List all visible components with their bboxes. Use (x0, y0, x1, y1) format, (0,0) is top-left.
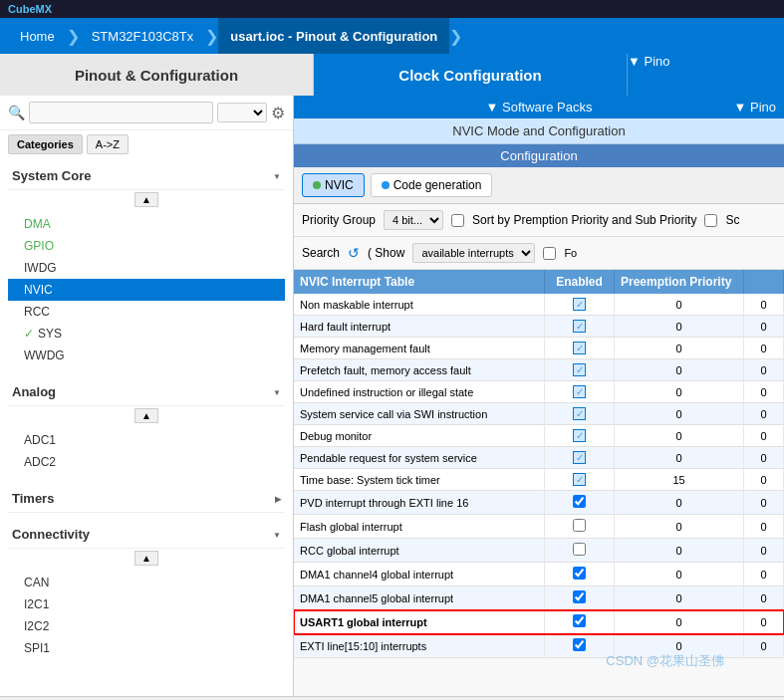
table-row: Hard fault interrupt✓00 (294, 316, 784, 338)
enabled-checkbox[interactable] (573, 495, 586, 508)
preemption-priority: 0 (615, 359, 744, 381)
section-timers-arrow (275, 493, 281, 504)
sidebar-item-nvic[interactable]: NVIC (8, 279, 285, 301)
section-connectivity-header[interactable]: Connectivity (8, 521, 285, 549)
sidebar-item-sys[interactable]: ✓SYS (8, 323, 285, 345)
interrupt-enabled-cell (545, 539, 615, 563)
interrupt-name: Memory management fault (294, 338, 545, 359)
th-extra (744, 270, 784, 294)
move-up-connectivity-btn[interactable]: ▲ (134, 551, 158, 566)
section-analog: Analog ▲ ADC1 ADC2 (0, 374, 293, 481)
sidebar-item-rcc[interactable]: RCC (8, 301, 285, 323)
section-system-core-header[interactable]: System Core (8, 162, 285, 190)
interrupt-name: Prefetch fault, memory access fault (294, 359, 545, 381)
table-row: Time base: System tick timer✓150 (294, 469, 784, 491)
refresh-icon[interactable]: ↺ (348, 245, 360, 261)
nvic-mode-label: NVIC Mode and Configuration (452, 123, 625, 138)
fo-checkbox[interactable] (543, 247, 556, 260)
th-interrupt: NVIC Interrupt Table (294, 270, 545, 294)
interrupt-name: USART1 global interrupt (294, 610, 545, 634)
enabled-checkbox[interactable] (573, 543, 586, 556)
sidebar-item-i2c2[interactable]: I2C2 (8, 615, 285, 637)
show-select[interactable]: available interrupts (412, 243, 535, 263)
sidebar-item-adc2[interactable]: ADC2 (8, 451, 285, 473)
search-dropdown[interactable] (217, 103, 267, 122)
nav-file[interactable]: usart.ioc - Pinout & Configuration (218, 18, 449, 54)
section-analog-header[interactable]: Analog (8, 378, 285, 406)
sidebar-item-wwdg[interactable]: WWDG (8, 345, 285, 366)
sidebar-move-up-analog: ▲ (8, 406, 285, 425)
table-row: Flash global interrupt00 (294, 515, 784, 539)
search-icon: 🔍 (8, 105, 25, 120)
interrupt-enabled-cell: ✓ (545, 447, 615, 469)
interrupt-enabled-cell (545, 563, 615, 586)
nav-home[interactable]: Home (8, 18, 67, 54)
nav-device[interactable]: STM32F103C8Tx (80, 18, 206, 54)
interrupt-enabled-cell: ✓ (545, 294, 615, 316)
sidebar-item-dma[interactable]: DMA (8, 213, 285, 235)
interrupt-table-body: Non maskable interrupt✓00Hard fault inte… (294, 294, 784, 658)
sidebar-item-spi1[interactable]: SPI1 (8, 637, 285, 659)
tab-clock[interactable]: Clock Configuration (314, 54, 627, 96)
sidebar-item-adc1[interactable]: ADC1 (8, 429, 285, 451)
enabled-checkbox[interactable] (573, 590, 586, 603)
sub-priority: 0 (744, 403, 784, 425)
move-up-analog-btn[interactable]: ▲ (134, 408, 158, 423)
table-row: EXTI line[15:10] interrupts00 (294, 634, 784, 658)
enabled-checkbox-locked: ✓ (573, 385, 586, 398)
sidebar-item-i2c1[interactable]: I2C1 (8, 593, 285, 615)
section-connectivity-arrow (273, 529, 281, 540)
sub-priority: 0 (744, 381, 784, 403)
config-header: Configuration (294, 144, 784, 167)
move-up-btn[interactable]: ▲ (134, 192, 158, 207)
nav-sep-2: ❯ (205, 27, 218, 46)
nvic-dot (313, 181, 321, 189)
preemption-priority: 0 (615, 610, 744, 634)
tab-pinout[interactable]: Pinout & Configuration (0, 54, 314, 96)
table-row: Undefined instruction or illegal state✓0… (294, 381, 784, 403)
enabled-checkbox[interactable] (573, 519, 586, 532)
sort-checkbox[interactable] (451, 214, 464, 227)
nvic-tab-codegen[interactable]: Code generation (371, 173, 493, 197)
nav-sep-3: ❯ (449, 27, 462, 46)
nvic-tabs: NVIC Code generation (294, 167, 784, 204)
sidebar-item-iwdg[interactable]: IWDG (8, 257, 285, 279)
enabled-checkbox[interactable] (573, 638, 586, 651)
interrupt-name: System service call via SWI instruction (294, 403, 545, 425)
table-row: Memory management fault✓00 (294, 338, 784, 359)
interrupt-enabled-cell (545, 491, 615, 515)
tab-categories[interactable]: Categories (8, 134, 83, 154)
section-timers-header[interactable]: Timers (8, 485, 285, 513)
enabled-checkbox[interactable] (573, 614, 586, 627)
interrupt-name: PVD interrupt through EXTI line 16 (294, 491, 545, 515)
tab-extra[interactable]: ▼ Pino (627, 54, 784, 96)
gear-icon[interactable]: ⚙ (271, 104, 285, 122)
sidebar-item-can[interactable]: CAN (8, 572, 285, 593)
sc-checkbox[interactable] (704, 214, 717, 227)
layout: 🔍 ⚙ Categories A->Z System Core ▲ DMA GP… (0, 96, 784, 696)
enabled-checkbox-locked: ✓ (573, 429, 586, 442)
table-row: Prefetch fault, memory access fault✓00 (294, 359, 784, 381)
software-packs-label: ▼ Software Packs (486, 100, 593, 115)
software-packs-bar: ▼ Software Packs ▼ Pino (294, 96, 784, 118)
sub-priority: 0 (744, 634, 784, 658)
table-row: System service call via SWI instruction✓… (294, 403, 784, 425)
tab-atoz[interactable]: A->Z (87, 134, 129, 154)
interrupt-name: Debug monitor (294, 425, 545, 447)
preemption-priority: 0 (615, 491, 744, 515)
search-label: Search (302, 246, 340, 260)
sub-priority: 0 (744, 539, 784, 563)
nvic-tab-nvic[interactable]: NVIC (302, 173, 365, 197)
priority-group-select[interactable]: 4 bit... (384, 210, 443, 230)
preemption-priority: 0 (615, 586, 744, 610)
sidebar-item-gpio[interactable]: GPIO (8, 235, 285, 257)
enabled-checkbox[interactable] (573, 567, 586, 580)
sidebar-move-up-system: ▲ (8, 190, 285, 209)
check-icon: ✓ (24, 327, 34, 341)
interrupt-enabled-cell: ✓ (545, 403, 615, 425)
title-bar: CubeMX (0, 0, 784, 18)
interrupt-name: EXTI line[15:10] interrupts (294, 634, 545, 658)
preemption-priority: 0 (615, 515, 744, 539)
search-input[interactable] (29, 102, 213, 123)
table-row: DMA1 channel4 global interrupt00 (294, 563, 784, 586)
